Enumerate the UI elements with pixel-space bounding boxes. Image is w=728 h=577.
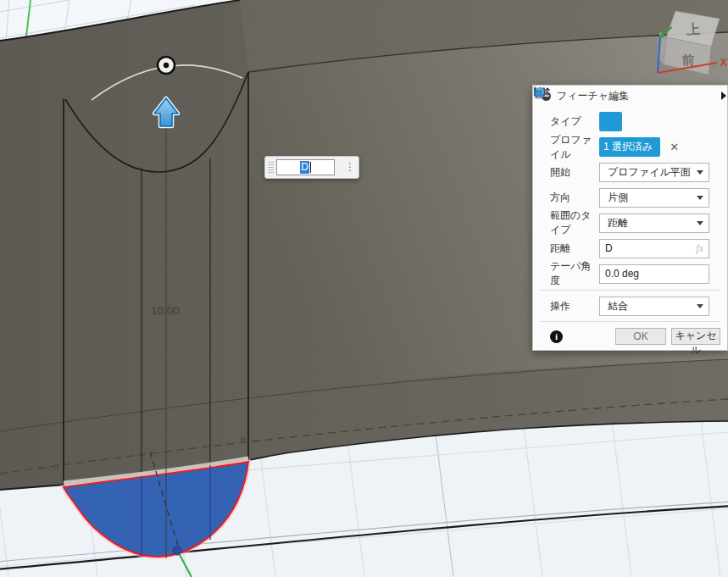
cancel-button[interactable]: キャンセル xyxy=(671,328,720,345)
center-point-marker[interactable] xyxy=(158,57,175,74)
profile-selection-count: 1 選択済み xyxy=(603,140,653,154)
extent-type-dropdown[interactable]: 距離 xyxy=(599,214,709,233)
start-label: 開始 xyxy=(550,165,599,180)
distance-label: 距離 xyxy=(550,241,599,256)
profile-selection-button[interactable]: 1 選択済み xyxy=(599,137,660,157)
direction-label: 方向 xyxy=(550,191,599,205)
profile-label: プロファイル xyxy=(550,133,599,162)
join-operation-icon xyxy=(533,86,546,98)
chevron-down-icon xyxy=(697,196,703,200)
expand-arrow-icon[interactable] xyxy=(721,92,726,100)
extent-type-value: 距離 xyxy=(608,216,697,230)
operation-value: 結合 xyxy=(608,299,697,313)
separator xyxy=(540,321,720,322)
sketch-y-axis-bottom[interactable] xyxy=(178,552,192,577)
clear-selection-icon[interactable]: ✕ xyxy=(670,141,679,153)
separator xyxy=(540,290,720,291)
dimension-input-box[interactable]: D ⋮ xyxy=(264,156,359,179)
viewcube-top-label[interactable]: 上 xyxy=(685,21,700,36)
ok-button[interactable]: OK xyxy=(615,328,666,345)
extent-type-label: 範囲のタイプ xyxy=(550,208,599,237)
taper-angle-value: 0.0 deg xyxy=(605,268,703,280)
text-caret xyxy=(310,162,311,173)
taper-angle-label: テーパ角度 xyxy=(550,259,599,288)
type-label: タイプ xyxy=(550,114,599,129)
operation-label: 操作 xyxy=(550,299,599,313)
x-axis-label: X xyxy=(720,57,727,69)
edit-feature-dialog: フィーチャ編集 タイプ xyxy=(532,85,728,351)
fusion-viewport: 10.00 上 前 X xyxy=(0,0,728,577)
chevron-down-icon xyxy=(697,304,703,308)
dimension-text[interactable]: 10.00 xyxy=(151,304,180,317)
dimension-value-input[interactable]: D xyxy=(276,159,335,175)
chevron-down-icon xyxy=(697,170,703,175)
fx-badge: fx xyxy=(696,242,703,255)
extrude-solid-button[interactable] xyxy=(599,112,622,131)
dialog-title: フィーチャ編集 xyxy=(557,89,629,103)
operation-dropdown[interactable]: 結合 xyxy=(599,297,709,316)
extrude-thin-button[interactable] xyxy=(626,112,649,131)
info-icon[interactable]: i xyxy=(550,330,563,343)
sketch-point-left[interactable] xyxy=(54,464,60,470)
start-value: プロファイル平面 xyxy=(608,165,697,180)
kebab-menu-icon[interactable]: ⋮ xyxy=(345,164,355,170)
taper-angle-input[interactable]: 0.0 deg xyxy=(599,264,709,284)
sketch-origin-point[interactable] xyxy=(173,546,181,555)
direction-dropdown[interactable]: 片側 xyxy=(599,188,709,208)
sketch-point-right[interactable] xyxy=(241,437,247,443)
direction-value: 片側 xyxy=(608,191,697,205)
start-dropdown[interactable]: プロファイル平面 xyxy=(599,163,709,182)
distance-input[interactable]: D fx xyxy=(599,239,709,258)
drag-grip-icon[interactable] xyxy=(265,162,276,173)
viewcube-front-label[interactable]: 前 xyxy=(681,53,695,68)
dialog-titlebar[interactable]: フィーチャ編集 xyxy=(533,86,727,106)
selected-text: D xyxy=(300,161,309,174)
distance-value: D xyxy=(605,242,696,254)
chevron-down-icon xyxy=(697,221,703,225)
